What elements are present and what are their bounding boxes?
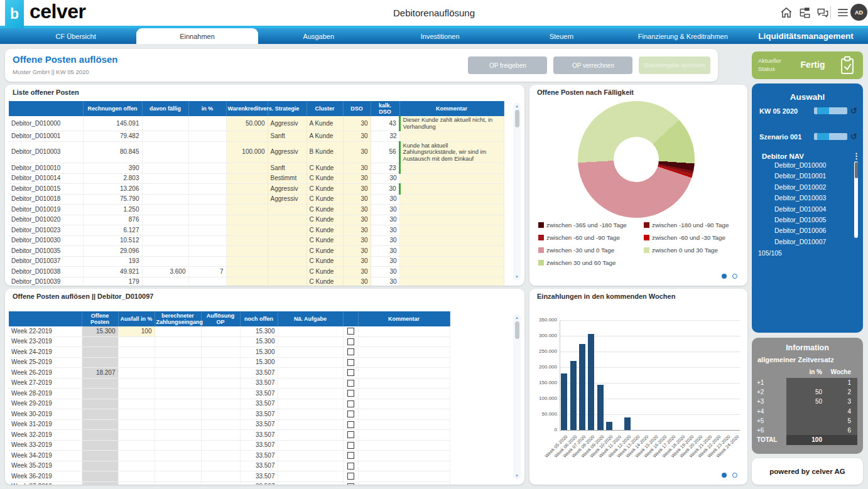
op-list-row[interactable]: Debitor_D01001875.790AggressivC Kunde303… (9, 194, 504, 205)
dateneingabe-speichern-button[interactable]: Dateneingabe speichern (639, 56, 710, 74)
op-resolve-row[interactable]: Week 22-201915.30010015.300 (9, 326, 450, 336)
column-header[interactable]: in % (188, 101, 226, 116)
task-checkbox[interactable] (347, 421, 354, 428)
tab-finanzierung-kreditrahmen[interactable]: Finanzierung & Kreditrahmen (622, 28, 744, 44)
menu-icon[interactable] (836, 6, 850, 19)
bar[interactable] (606, 422, 612, 430)
op-list-row[interactable]: Debitor_D01003529.096C Kunde3030 (9, 246, 504, 257)
legend-item[interactable]: zwischen -60 und -90 Tage (538, 234, 644, 241)
op-resolve-row[interactable]: Week 34-201933.507 (9, 451, 450, 461)
task-checkbox[interactable] (347, 348, 354, 355)
op-resolve-row[interactable]: Week 27-201933.507 (9, 378, 450, 389)
home-icon[interactable] (779, 6, 793, 19)
pagination-dot[interactable] (732, 274, 737, 279)
debitor-item[interactable]: Debitor_D010001 (774, 171, 850, 181)
column-header[interactable] (9, 311, 82, 326)
column-header[interactable]: Auflösung OP (201, 311, 240, 326)
tab-cf-übersicht[interactable]: CF Übersicht (15, 28, 136, 44)
pagination-dot-active[interactable] (722, 274, 727, 279)
column-header[interactable]: Offene Posten (82, 311, 118, 326)
op-list-row[interactable]: Debitor_D0100191.250C Kunde3030 (9, 205, 504, 215)
bar[interactable] (624, 417, 631, 430)
debitor-item[interactable]: Debitor_D010006 (774, 225, 850, 236)
column-header[interactable]: davon fällig (142, 101, 188, 116)
pagination-dot[interactable] (732, 473, 737, 478)
avatar[interactable]: AD (850, 4, 867, 21)
op-resolve-row[interactable]: Week 36-201933.507 (9, 471, 450, 482)
column-header[interactable]: Cluster (307, 101, 343, 116)
column-header[interactable] (343, 311, 358, 326)
task-checkbox[interactable] (347, 369, 354, 376)
column-header[interactable]: Ausfall in % (118, 311, 155, 326)
task-checkbox[interactable] (347, 431, 354, 438)
reset-icon[interactable]: ↺ (850, 132, 857, 141)
op-resolve-row[interactable]: Week 32-201933.507 (9, 430, 450, 441)
legend-item[interactable]: zwischen -365 und -180 Tage (538, 222, 644, 228)
op-list-row[interactable]: Debitor_D01001513.206AggressivC Kunde303… (9, 184, 504, 195)
task-checkbox[interactable] (347, 442, 354, 449)
task-checkbox[interactable] (347, 328, 354, 335)
tab-investitionen[interactable]: Investitionen (379, 28, 501, 44)
legend-item[interactable]: zwischen 0 und 30 Tage (644, 247, 742, 254)
comments-icon[interactable] (816, 6, 830, 19)
column-header[interactable]: Kommentar (399, 101, 504, 116)
column-header[interactable]: Warenkreditvers. (226, 101, 268, 116)
op-list-row[interactable]: Debitor_D010020876C Kunde3030 (9, 215, 504, 225)
task-checkbox[interactable] (347, 380, 354, 387)
op-freigeben-button[interactable]: OP freigeben (468, 56, 547, 74)
debitor-item[interactable]: Debitor_D010005 (774, 215, 850, 225)
op-list-row[interactable]: Debitor_D0100142.803BestimmtC Kunde3030 (9, 173, 504, 184)
column-header[interactable]: Rechnungen offen (83, 101, 142, 116)
op-list-row[interactable]: Debitor_D010000145.09150.000AggressivA K… (9, 116, 504, 131)
tab-steuern[interactable]: Steuern (501, 28, 622, 44)
op-resolve-row[interactable]: Week 23-201915.300 (9, 336, 450, 347)
op-list-row[interactable]: Debitor_D0100236.127C Kunde3030 (9, 225, 504, 236)
tab-ausgaben[interactable]: Ausgaben (258, 28, 379, 44)
op-list-row[interactable]: Debitor_D01003849.9213.6007C Kunde3030 (9, 267, 504, 277)
reset-icon[interactable]: ↺ (850, 107, 857, 115)
bar[interactable] (579, 344, 585, 430)
task-checkbox[interactable] (347, 400, 354, 407)
more-options-icon[interactable]: ⋮ (852, 151, 860, 161)
column-header[interactable]: kalk. DSO (371, 101, 399, 116)
op-resolve-row[interactable]: Week 26-201918.20733.507 (9, 368, 450, 379)
column-header[interactable]: Nä. Aufgabe (278, 311, 343, 326)
op-resolve-row[interactable]: Week 25-201915.300 (9, 357, 450, 368)
bar[interactable] (570, 361, 577, 430)
op-resolve-row[interactable]: Week 30-201933.507 (9, 409, 450, 420)
task-checkbox[interactable] (347, 473, 354, 480)
op-resolve-row[interactable]: Week 28-201933.507 (9, 389, 450, 399)
op-resolve-row[interactable]: Week 24-201915.300 (9, 347, 450, 358)
task-checkbox[interactable] (347, 411, 354, 417)
debitor-item[interactable]: Debitor_D010003 (774, 193, 850, 203)
debitor-scrollbar[interactable] (854, 161, 858, 238)
column-header[interactable]: Strategie (268, 101, 307, 116)
op-resolve-row[interactable]: Week 35-201933.507 (9, 461, 450, 471)
legend-item[interactable]: zwischen -30 und 0 Tage (538, 247, 644, 254)
op-list-row[interactable]: Debitor_D010010390SanftC Kunde3023 (9, 163, 504, 174)
op-resolve-row[interactable]: Week 33-201933.507 (9, 440, 450, 451)
task-checkbox[interactable] (347, 390, 354, 397)
op-list-scrollbar[interactable]: ▲ ▼ (513, 102, 521, 281)
task-checkbox[interactable] (347, 463, 354, 470)
op-list-row[interactable]: Debitor_D01000179.482SanftA Kunde3032 (9, 131, 504, 142)
op-resolve-row[interactable]: Week 31-201933.507 (9, 419, 450, 430)
op-list-row[interactable]: Debitor_D010039179C Kunde3030 (9, 277, 504, 286)
legend-item[interactable]: zwischen -180 und -90 Tage (644, 222, 742, 228)
task-checkbox[interactable] (347, 359, 354, 366)
op-list-row[interactable]: Debitor_D01000380.845100.000AggressivB K… (9, 141, 504, 163)
op-resolve-row[interactable]: Week 37-201933.507 (9, 481, 450, 485)
bar[interactable] (588, 334, 594, 430)
task-checkbox[interactable] (347, 338, 354, 345)
task-checkbox[interactable] (347, 452, 354, 459)
legend-item[interactable]: zwischen -60 und -30 Tage (644, 234, 742, 241)
op-verrechnen-button[interactable]: OP verrechnen (553, 56, 632, 74)
task-checkbox[interactable] (347, 483, 354, 485)
column-header[interactable] (9, 101, 83, 116)
column-header[interactable]: DSO (343, 101, 371, 116)
debitor-item[interactable]: Debitor_D010007 (774, 237, 850, 247)
op-resolve-scrollbar[interactable]: ▲ ▼ (513, 314, 521, 480)
bar[interactable] (597, 385, 604, 430)
debitor-item[interactable]: Debitor_D010004 (774, 204, 850, 215)
pagination-dot-active[interactable] (722, 473, 727, 478)
